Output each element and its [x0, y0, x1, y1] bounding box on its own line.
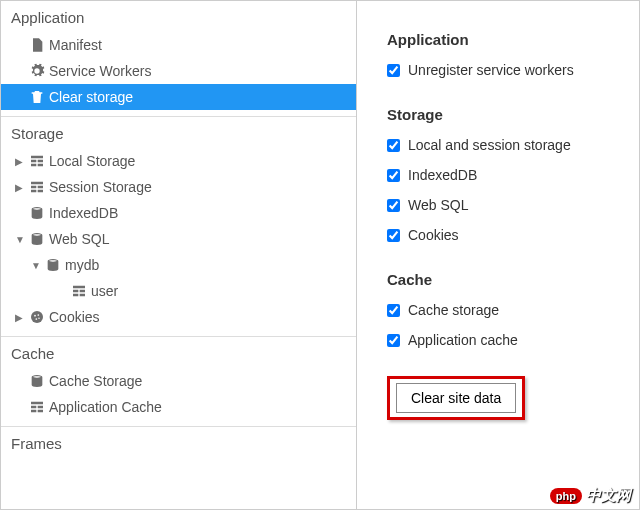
sidebar-item-label: Clear storage	[47, 89, 133, 105]
sidebar-item-indexeddb[interactable]: IndexedDB	[1, 200, 356, 226]
sidebar-item-application-cache[interactable]: Application Cache	[1, 394, 356, 420]
sidebar-item-label: Cookies	[47, 309, 100, 325]
check-label: Unregister service workers	[408, 62, 574, 78]
checkbox[interactable]	[387, 334, 400, 347]
sidebar-item-service-workers[interactable]: Service Workers	[1, 58, 356, 84]
check-label: Local and session storage	[408, 137, 571, 153]
checkbox[interactable]	[387, 304, 400, 317]
check-label: Web SQL	[408, 197, 468, 213]
sidebar-item-label: Service Workers	[47, 63, 151, 79]
watermark-badge: php	[550, 488, 582, 504]
sidebar-item-label: user	[89, 283, 118, 299]
group-title-cache: Cache	[387, 271, 621, 288]
section-storage-header: Storage	[1, 116, 356, 148]
sidebar-item-local-storage[interactable]: ▶ Local Storage	[1, 148, 356, 174]
check-local-session-storage[interactable]: Local and session storage	[387, 137, 621, 153]
sidebar-item-label: Local Storage	[47, 153, 135, 169]
svg-point-1	[34, 315, 36, 317]
check-label: Application cache	[408, 332, 518, 348]
sidebar-item-clear-storage[interactable]: Clear storage	[1, 84, 356, 110]
group-cache: Cache Cache storage Application cache	[387, 271, 621, 348]
sidebar-item-mydb[interactable]: ▼ mydb	[1, 252, 356, 278]
database-icon	[27, 205, 47, 221]
section-storage-tree: ▶ Local Storage ▶ Session Storage Indexe…	[1, 148, 356, 336]
sidebar-item-user-table[interactable]: user	[1, 278, 356, 304]
svg-point-2	[37, 314, 39, 316]
expand-arrow-icon: ▶	[15, 312, 27, 323]
sidebar-item-label: Web SQL	[47, 231, 109, 247]
database-icon	[43, 257, 63, 273]
section-application-header: Application	[1, 1, 356, 32]
table-icon	[27, 179, 47, 195]
sidebar-item-websql[interactable]: ▼ Web SQL	[1, 226, 356, 252]
section-application-tree: Manifest Service Workers Clear storage	[1, 32, 356, 116]
check-cache-storage[interactable]: Cache storage	[387, 302, 621, 318]
sidebar-item-cache-storage[interactable]: Cache Storage	[1, 368, 356, 394]
sidebar-item-label: Cache Storage	[47, 373, 142, 389]
check-websql[interactable]: Web SQL	[387, 197, 621, 213]
checkbox[interactable]	[387, 169, 400, 182]
check-label: Cache storage	[408, 302, 499, 318]
collapse-arrow-icon: ▼	[15, 234, 27, 245]
table-icon	[27, 399, 47, 415]
svg-point-3	[35, 318, 37, 320]
cookie-icon	[27, 309, 47, 325]
watermark-text: 中文网	[586, 486, 631, 505]
section-cache-tree: Cache Storage Application Cache	[1, 368, 356, 426]
devtools-sidebar: Application Manifest Service Workers Cle…	[1, 1, 357, 509]
document-icon	[27, 37, 47, 53]
check-unregister-service-workers[interactable]: Unregister service workers	[387, 62, 621, 78]
group-title-application: Application	[387, 31, 621, 48]
checkbox[interactable]	[387, 199, 400, 212]
check-label: Cookies	[408, 227, 459, 243]
watermark: php 中文网	[550, 486, 631, 505]
database-icon	[27, 373, 47, 389]
sidebar-item-label: mydb	[63, 257, 99, 273]
svg-point-4	[38, 318, 39, 319]
group-storage: Storage Local and session storage Indexe…	[387, 106, 621, 243]
database-icon	[27, 231, 47, 247]
sidebar-item-label: Session Storage	[47, 179, 152, 195]
sidebar-item-cookies[interactable]: ▶ Cookies	[1, 304, 356, 330]
checkbox[interactable]	[387, 64, 400, 77]
clear-site-data-button[interactable]: Clear site data	[396, 383, 516, 413]
check-cookies[interactable]: Cookies	[387, 227, 621, 243]
group-application: Application Unregister service workers	[387, 31, 621, 78]
table-icon	[27, 153, 47, 169]
group-title-storage: Storage	[387, 106, 621, 123]
checkbox[interactable]	[387, 229, 400, 242]
gear-icon	[27, 63, 47, 79]
highlight-box: Clear site data	[387, 376, 525, 420]
check-indexeddb[interactable]: IndexedDB	[387, 167, 621, 183]
check-application-cache[interactable]: Application cache	[387, 332, 621, 348]
sidebar-item-label: Manifest	[47, 37, 102, 53]
sidebar-item-session-storage[interactable]: ▶ Session Storage	[1, 174, 356, 200]
section-frames-header: Frames	[1, 426, 356, 458]
clear-storage-panel: Application Unregister service workers S…	[357, 1, 639, 509]
sidebar-item-manifest[interactable]: Manifest	[1, 32, 356, 58]
sidebar-item-label: Application Cache	[47, 399, 162, 415]
sidebar-item-label: IndexedDB	[47, 205, 118, 221]
trash-icon	[27, 89, 47, 105]
table-icon	[69, 283, 89, 299]
check-label: IndexedDB	[408, 167, 477, 183]
collapse-arrow-icon: ▼	[31, 260, 43, 271]
svg-point-0	[31, 311, 43, 323]
expand-arrow-icon: ▶	[15, 156, 27, 167]
checkbox[interactable]	[387, 139, 400, 152]
expand-arrow-icon: ▶	[15, 182, 27, 193]
section-cache-header: Cache	[1, 336, 356, 368]
